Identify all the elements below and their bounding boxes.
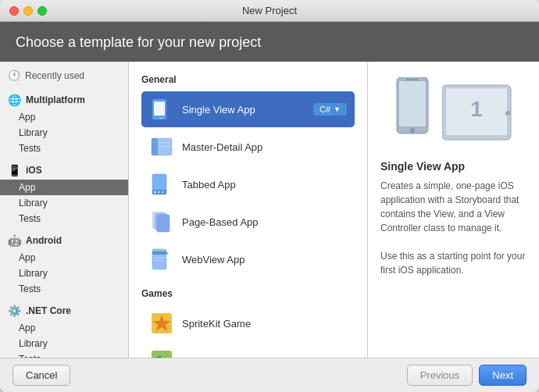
content-area: 🕐 Recently used 🌐 Multiplatform App Libr… (0, 62, 539, 358)
ios-header: 📱 iOS (0, 158, 128, 180)
cancel-button[interactable]: Cancel (12, 365, 70, 386)
footer: Cancel Previous Next (0, 358, 539, 392)
webview-label: WebView App (182, 254, 245, 265)
sidebar-item-multiplatform-tests[interactable]: Tests (0, 141, 128, 156)
master-detail-label: Master-Detail App (182, 141, 262, 153)
svg-rect-14 (157, 215, 170, 232)
header-bar: Choose a template for your new project (0, 22, 539, 62)
general-section-title: General (141, 74, 355, 85)
tabbed-app-label: Tabbed App (182, 179, 236, 191)
traffic-lights (9, 6, 47, 16)
recently-used-label: Recently used (25, 70, 84, 81)
scenekit-icon (149, 348, 174, 358)
ios-label: iOS (26, 165, 42, 176)
tabbed-app-icon (149, 172, 174, 197)
header-title: Choose a template for your new project (16, 34, 523, 51)
detail-panel: 1 Single View App Creates a simple, one-… (367, 62, 539, 358)
svg-rect-32 (399, 81, 426, 127)
single-view-app-icon (149, 97, 174, 122)
template-tabbed-app[interactable]: Tabbed App (141, 166, 355, 202)
sidebar-group-multiplatform: 🌐 Multiplatform App Library Tests (0, 87, 128, 156)
previous-button[interactable]: Previous (407, 365, 473, 386)
clock-icon: 🕐 (8, 69, 20, 81)
close-button[interactable] (9, 6, 19, 16)
spritekit-icon (149, 311, 174, 336)
next-button[interactable]: Next (479, 365, 527, 386)
sidebar-recently-used-section: 🕐 Recently used (0, 65, 128, 86)
ios-icon: 📱 (8, 164, 21, 176)
minimize-button[interactable] (23, 6, 33, 16)
svg-rect-2 (159, 118, 162, 119)
page-based-icon (149, 209, 174, 234)
sidebar-item-multiplatform-app[interactable]: App (0, 109, 128, 125)
svg-rect-23 (152, 351, 172, 358)
games-section: Games SpriteKit Game (141, 288, 355, 358)
template-master-detail-app[interactable]: Master-Detail App (141, 129, 355, 165)
template-single-view-app[interactable]: Single View App C# ▼ (141, 91, 355, 127)
svg-rect-9 (154, 191, 156, 194)
svg-point-38 (505, 111, 510, 116)
window-title: New Project (242, 5, 297, 16)
detail-description: Creates a simple, one-page iOS applicati… (380, 179, 527, 277)
svg-point-33 (410, 128, 415, 133)
template-list: General Single View App C# ▼ (129, 62, 367, 358)
dotnet-label: .NET Core (26, 305, 71, 316)
android-label: Android (26, 235, 62, 246)
sidebar-item-ios-app[interactable]: App (0, 180, 128, 195)
sidebar-item-android-app[interactable]: App (0, 250, 128, 265)
chevron-down-icon: ▼ (334, 105, 341, 113)
sidebar-item-ios-library[interactable]: Library (0, 195, 128, 211)
svg-rect-4 (152, 138, 158, 155)
webview-icon (149, 247, 174, 272)
android-header: 🤖 Android (0, 228, 128, 250)
badge-label: C# (319, 105, 330, 114)
sidebar-group-android: 🤖 Android App Library Tests (0, 228, 128, 297)
svg-rect-11 (162, 191, 164, 194)
svg-rect-17 (152, 251, 166, 255)
detail-title: Single View App (380, 160, 465, 173)
sidebar-group-dotnet: ⚙️ .NET Core App Library Tests (0, 298, 128, 358)
sidebar: 🕐 Recently used 🌐 Multiplatform App Libr… (0, 62, 129, 358)
page-based-label: Page-Based App (182, 216, 259, 228)
device-mockup: 1 (394, 77, 512, 148)
template-webview-app[interactable]: WebView App (141, 241, 355, 277)
sidebar-item-ios-tests[interactable]: Tests (0, 211, 128, 226)
single-view-app-label: Single View App (182, 104, 255, 116)
title-bar: New Project (0, 0, 539, 22)
phone-mockup-svg (394, 77, 437, 148)
sidebar-item-multiplatform-library[interactable]: Library (0, 125, 128, 141)
sidebar-item-dotnet-tests[interactable]: Tests (0, 351, 128, 358)
multiplatform-icon: 🌐 (8, 94, 21, 106)
svg-rect-34 (406, 79, 419, 80)
svg-point-18 (166, 252, 169, 255)
games-section-title: Games (141, 288, 355, 299)
svg-rect-1 (154, 102, 165, 116)
multiplatform-label: Multiplatform (26, 94, 85, 105)
multiplatform-header: 🌐 Multiplatform (0, 87, 128, 109)
footer-right-buttons: Previous Next (407, 365, 527, 386)
sidebar-item-dotnet-library[interactable]: Library (0, 336, 128, 351)
template-spritekit[interactable]: SpriteKit Game (141, 305, 355, 341)
sidebar-item-dotnet-app[interactable]: App (0, 320, 128, 336)
svg-rect-10 (158, 191, 160, 194)
master-detail-icon (149, 134, 174, 159)
svg-text:1: 1 (470, 97, 483, 121)
android-icon: 🤖 (8, 234, 21, 247)
maximize-button[interactable] (37, 6, 47, 16)
tablet-mockup-svg: 1 (442, 84, 512, 142)
main-content: General Single View App C# ▼ (129, 62, 367, 358)
template-page-based-app[interactable]: Page-Based App (141, 204, 355, 240)
dotnet-header: ⚙️ .NET Core (0, 298, 128, 320)
csharp-badge[interactable]: C# ▼ (313, 103, 347, 116)
dotnet-icon: ⚙️ (8, 305, 21, 317)
main-window: New Project Choose a template for your n… (0, 0, 539, 392)
sidebar-item-android-tests[interactable]: Tests (0, 281, 128, 297)
template-scenekit[interactable]: SceneKit Game (141, 343, 355, 358)
spritekit-label: SpriteKit Game (182, 318, 251, 330)
sidebar-item-recently-used[interactable]: 🕐 Recently used (0, 65, 128, 86)
sidebar-group-ios: 📱 iOS App Library Tests (0, 158, 128, 226)
sidebar-item-android-library[interactable]: Library (0, 265, 128, 281)
